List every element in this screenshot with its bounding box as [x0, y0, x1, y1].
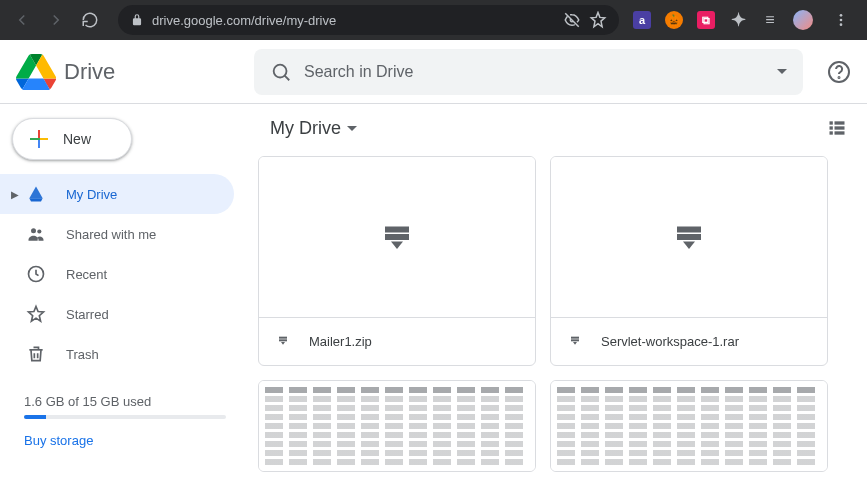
- svg-rect-13: [830, 131, 833, 134]
- extensions-puzzle-icon[interactable]: ✦: [729, 11, 747, 29]
- browser-reload-button[interactable]: [76, 6, 104, 34]
- drive-logo-icon: [16, 52, 56, 92]
- people-icon: [24, 222, 48, 246]
- sidebar-item-label: Shared with me: [66, 227, 156, 242]
- svg-point-6: [31, 228, 36, 233]
- svg-rect-15: [385, 227, 409, 233]
- sidebar-item-trash[interactable]: Trash: [0, 334, 234, 374]
- svg-rect-17: [279, 336, 287, 338]
- svg-rect-11: [830, 126, 833, 129]
- breadcrumb[interactable]: My Drive: [270, 118, 357, 139]
- svg-point-7: [37, 229, 41, 233]
- storage-text: 1.6 GB of 15 GB used: [24, 394, 226, 409]
- new-button-label: New: [63, 131, 91, 147]
- file-name: Mailer1.zip: [309, 334, 372, 349]
- svg-rect-16: [385, 234, 409, 240]
- extension-icon[interactable]: ⧉: [697, 11, 715, 29]
- breadcrumb-caret-icon: [347, 126, 357, 131]
- main-panel: My Drive Mailer1.zip: [250, 104, 867, 504]
- file-thumbnail: [259, 157, 535, 317]
- storage-bar: [24, 415, 226, 419]
- sidebar-item-label: Trash: [66, 347, 99, 362]
- drive-folder-icon: [24, 182, 48, 206]
- sidebar-item-label: Starred: [66, 307, 109, 322]
- svg-rect-18: [279, 339, 287, 341]
- svg-point-5: [839, 77, 840, 78]
- file-card[interactable]: Mailer1.zip: [258, 156, 536, 366]
- extension-icons: a 🎃 ⧉ ✦ ≡: [633, 6, 859, 34]
- svg-rect-22: [571, 339, 579, 341]
- file-card[interactable]: [550, 380, 828, 472]
- sidebar-item-my-drive[interactable]: ▶ My Drive: [0, 174, 234, 214]
- sidebar-item-label: My Drive: [66, 187, 117, 202]
- logo-section[interactable]: Drive: [16, 52, 246, 92]
- extension-icon[interactable]: a: [633, 11, 651, 29]
- file-type-icon: [275, 334, 291, 350]
- search-options-caret-icon[interactable]: [777, 69, 787, 74]
- search-bar[interactable]: [254, 49, 803, 95]
- svg-point-2: [840, 23, 843, 26]
- bookmark-star-icon[interactable]: [589, 11, 607, 29]
- file-thumbnail: [551, 157, 827, 317]
- browser-forward-button[interactable]: [42, 6, 70, 34]
- help-icon[interactable]: [827, 60, 851, 84]
- breadcrumb-current: My Drive: [270, 118, 341, 139]
- spreadsheet-thumbnail: [551, 381, 827, 471]
- svg-rect-12: [835, 126, 845, 129]
- plus-icon: [27, 127, 51, 151]
- app-name: Drive: [64, 59, 115, 85]
- file-card[interactable]: [258, 380, 536, 472]
- buy-storage-link[interactable]: Buy storage: [24, 433, 226, 448]
- address-bar[interactable]: drive.google.com/drive/my-drive: [118, 5, 619, 35]
- sidebar-item-shared[interactable]: Shared with me: [0, 214, 234, 254]
- svg-rect-14: [835, 131, 845, 134]
- clock-icon: [24, 262, 48, 286]
- svg-rect-19: [677, 227, 701, 233]
- file-type-icon: [567, 334, 583, 350]
- svg-rect-9: [830, 121, 833, 124]
- storage-section: 1.6 GB of 15 GB used Buy storage: [0, 378, 250, 464]
- file-name: Servlet-workspace-1.rar: [601, 334, 739, 349]
- trash-icon: [24, 342, 48, 366]
- expand-caret-icon[interactable]: ▶: [6, 189, 24, 200]
- url-text: drive.google.com/drive/my-drive: [152, 13, 555, 28]
- search-icon: [270, 61, 292, 83]
- list-view-button[interactable]: [827, 118, 847, 138]
- new-button[interactable]: New: [12, 118, 132, 160]
- star-icon: [24, 302, 48, 326]
- browser-back-button[interactable]: [8, 6, 36, 34]
- spreadsheet-thumbnail: [259, 381, 535, 471]
- svg-point-3: [274, 64, 287, 77]
- file-card[interactable]: Servlet-workspace-1.rar: [550, 156, 828, 366]
- file-grid: Mailer1.zip Servlet-workspace-1.rar: [250, 152, 867, 504]
- reading-list-icon[interactable]: ≡: [761, 11, 779, 29]
- browser-chrome-bar: drive.google.com/drive/my-drive a 🎃 ⧉ ✦ …: [0, 0, 867, 40]
- search-input[interactable]: [304, 63, 765, 81]
- sidebar-item-recent[interactable]: Recent: [0, 254, 234, 294]
- profile-avatar[interactable]: [793, 10, 813, 30]
- sidebar-item-label: Recent: [66, 267, 107, 282]
- app-header: Drive: [0, 40, 867, 104]
- archive-icon: [379, 219, 415, 255]
- extension-icon[interactable]: 🎃: [665, 11, 683, 29]
- svg-rect-10: [835, 121, 845, 124]
- archive-icon: [671, 219, 707, 255]
- browser-menu-button[interactable]: [827, 6, 855, 34]
- sidebar-item-starred[interactable]: Starred: [0, 294, 234, 334]
- svg-rect-21: [571, 336, 579, 338]
- svg-rect-20: [677, 234, 701, 240]
- svg-point-1: [840, 19, 843, 22]
- sidebar: New ▶ My Drive Shared with me Recent S: [0, 104, 250, 504]
- lock-icon: [130, 13, 144, 27]
- eye-off-icon[interactable]: [563, 11, 581, 29]
- svg-point-0: [840, 14, 843, 17]
